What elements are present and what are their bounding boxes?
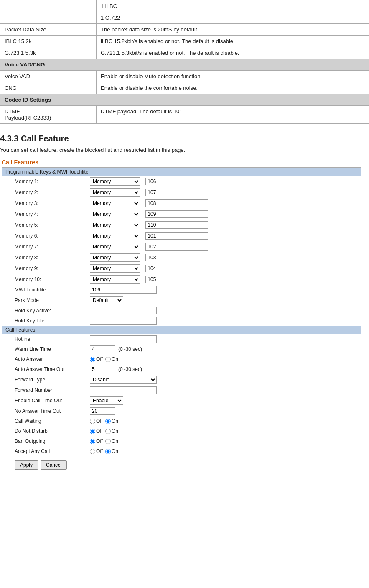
cf-row-2: Auto Answer Off On bbox=[2, 354, 361, 364]
memory-control-9: Memory bbox=[90, 264, 208, 273]
mwi-row: MWI Touchlite: bbox=[2, 285, 361, 295]
cf-input-0[interactable] bbox=[90, 335, 157, 343]
cancel-button[interactable]: Cancel bbox=[41, 460, 67, 470]
memory-input-3[interactable] bbox=[145, 199, 208, 207]
cf-radio-on-2[interactable] bbox=[105, 357, 111, 362]
cf-radio-on-label-8[interactable]: On bbox=[105, 418, 118, 424]
memory-select-2[interactable]: Memory bbox=[90, 188, 140, 197]
features-box: Programmable Keys & MWI Touchlite Memory… bbox=[2, 167, 361, 474]
cf-control-8: Off On bbox=[90, 418, 118, 424]
packet-data-desc: The packet data size is 20mS by default. bbox=[97, 24, 369, 36]
cf-radio-on-label-11[interactable]: On bbox=[105, 448, 118, 454]
cf-row-1: Warm Line Time (0~30 sec) bbox=[2, 344, 361, 354]
memory-label-10: Memory 10: bbox=[15, 276, 90, 282]
cf-row-7: No Answer Time Out bbox=[2, 406, 361, 416]
cf-label-8: Call Waiting bbox=[15, 418, 90, 424]
cf-radio-on-9[interactable] bbox=[105, 429, 111, 434]
memory-label-3: Memory 3: bbox=[15, 200, 90, 206]
cf-radio-off-label-2[interactable]: Off bbox=[90, 356, 103, 362]
hold-key-active-label: Hold Key Active: bbox=[15, 308, 90, 314]
memory-select-3[interactable]: Memory bbox=[90, 199, 140, 207]
hold-key-idle-label: Hold Key Idle: bbox=[15, 318, 90, 324]
memory-control-1: Memory bbox=[90, 177, 208, 186]
hold-key-active-control bbox=[90, 307, 157, 314]
cf-radio-on-label-10[interactable]: On bbox=[105, 438, 118, 444]
memory-input-4[interactable] bbox=[145, 210, 208, 218]
memory-input-2[interactable] bbox=[145, 189, 208, 196]
memory-select-10[interactable]: Memory bbox=[90, 275, 140, 284]
memory-input-1[interactable] bbox=[145, 178, 208, 185]
memory-label-7: Memory 7: bbox=[15, 244, 90, 250]
memory-select-9[interactable]: Memory bbox=[90, 264, 140, 273]
memory-select-8[interactable]: Memory bbox=[90, 253, 140, 262]
park-mode-label: Park Mode bbox=[15, 297, 90, 303]
memory-select-5[interactable]: Memory bbox=[90, 221, 140, 229]
cf-input-1[interactable] bbox=[90, 345, 115, 353]
cf-control-3: (0~30 sec) bbox=[90, 366, 142, 373]
park-mode-select[interactable]: Default bbox=[90, 296, 123, 304]
memory-select-7[interactable]: Memory bbox=[90, 243, 140, 251]
cf-select-6[interactable]: EnableDisable bbox=[90, 396, 123, 405]
cf-row-5: Forward Number bbox=[2, 385, 361, 395]
cf-label-7: No Answer Time Out bbox=[15, 408, 90, 414]
section-title: 4.3.3 Call Feature bbox=[0, 134, 369, 143]
memory-input-9[interactable] bbox=[145, 265, 208, 272]
g723-desc: G.723.1 5.3kbit/s is enabled or not. The… bbox=[97, 47, 369, 59]
memory-input-7[interactable] bbox=[145, 243, 208, 251]
cf-radio-off-label-10[interactable]: Off bbox=[90, 438, 103, 444]
cng-desc: Enable or disable the comfortable noise. bbox=[97, 82, 369, 94]
hold-key-active-input[interactable] bbox=[90, 307, 157, 314]
memory-control-2: Memory bbox=[90, 188, 208, 197]
memory-label-9: Memory 9: bbox=[15, 266, 90, 271]
memory-label-6: Memory 6: bbox=[15, 233, 90, 239]
memory-select-6[interactable]: Memory bbox=[90, 232, 140, 240]
memory-control-10: Memory bbox=[90, 275, 208, 284]
call-features-sub-header: Call Features bbox=[2, 326, 361, 334]
cf-radio-on-11[interactable] bbox=[105, 449, 111, 454]
cf-label-1: Warm Line Time bbox=[15, 346, 90, 352]
cf-select-4[interactable]: Disable bbox=[90, 376, 157, 384]
cf-radio-on-label-2[interactable]: On bbox=[105, 356, 118, 362]
cf-radio-9: Off On bbox=[90, 428, 118, 434]
dtmf-label: DTMF Payload(RFC2833) bbox=[0, 106, 97, 124]
cf-radio-off-9[interactable] bbox=[90, 429, 95, 434]
cf-control-11: Off On bbox=[90, 448, 118, 454]
cf-radio-11: Off On bbox=[90, 448, 118, 454]
memory-select-4[interactable]: Memory bbox=[90, 210, 140, 218]
cf-control-10: Off On bbox=[90, 438, 118, 444]
cf-label-6: Enable Call Time Out bbox=[15, 398, 90, 404]
memory-label-4: Memory 4: bbox=[15, 211, 90, 217]
memory-control-5: Memory bbox=[90, 221, 208, 229]
memory-input-6[interactable] bbox=[145, 232, 208, 240]
cf-radio-off-10[interactable] bbox=[90, 439, 95, 444]
cf-radio-off-label-8[interactable]: Off bbox=[90, 418, 103, 424]
cf-input-5[interactable] bbox=[90, 386, 157, 394]
memory-label-8: Memory 8: bbox=[15, 255, 90, 261]
cf-radio-off-11[interactable] bbox=[90, 449, 95, 454]
memory-select-1[interactable]: Memory bbox=[90, 177, 140, 186]
apply-button[interactable]: Apply bbox=[15, 460, 38, 470]
cf-radio-10: Off On bbox=[90, 438, 118, 444]
cf-input-7[interactable] bbox=[90, 407, 115, 415]
hold-key-idle-input[interactable] bbox=[90, 317, 157, 325]
memory-input-5[interactable] bbox=[145, 221, 208, 229]
cf-control-0 bbox=[90, 335, 157, 343]
cf-control-6: EnableDisable bbox=[90, 396, 123, 405]
memory-row-9: Memory 9: Memory bbox=[2, 263, 361, 274]
memory-input-10[interactable] bbox=[145, 276, 208, 283]
cf-label-0: Hotline bbox=[15, 336, 90, 342]
cf-radio-off-2[interactable] bbox=[90, 357, 95, 362]
cf-radio-on-8[interactable] bbox=[105, 419, 111, 424]
section-desc: You can set call feature, create the blo… bbox=[0, 147, 369, 153]
cf-radio-off-8[interactable] bbox=[90, 419, 95, 424]
cf-radio-off-label-9[interactable]: Off bbox=[90, 428, 103, 434]
cf-radio-off-label-11[interactable]: Off bbox=[90, 448, 103, 454]
cf-radio-on-10[interactable] bbox=[105, 439, 111, 444]
memory-input-8[interactable] bbox=[145, 254, 208, 261]
cf-input-3[interactable] bbox=[90, 366, 115, 373]
mwi-label: MWI Touchlite: bbox=[15, 287, 90, 293]
memory-control-4: Memory bbox=[90, 210, 208, 218]
memory-row-5: Memory 5: Memory bbox=[2, 220, 361, 230]
cf-radio-on-label-9[interactable]: On bbox=[105, 428, 118, 434]
mwi-input[interactable] bbox=[90, 286, 157, 294]
